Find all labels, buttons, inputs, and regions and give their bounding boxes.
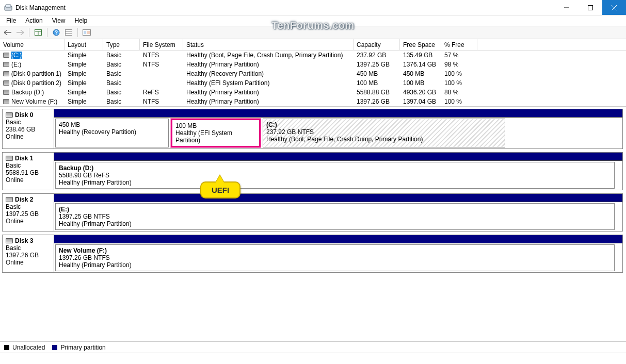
volume-grid-header: Volume Layout Type File System Status Ca… xyxy=(0,39,626,51)
col-volume[interactable]: Volume xyxy=(0,39,65,51)
disk-row[interactable]: Disk 2Basic1397.25 GBOnline(E:)1397.25 G… xyxy=(2,193,623,231)
disk-row[interactable]: Disk 0Basic238.46 GBOnline450 MBHealthy … xyxy=(2,109,623,149)
menu-view[interactable]: View xyxy=(48,16,70,25)
maximize-button[interactable] xyxy=(579,0,602,15)
volume-row[interactable]: (Disk 0 partition 2)SimpleBasicHealthy (… xyxy=(0,78,626,88)
volume-row[interactable]: (C:)SimpleBasicNTFSHealthy (Boot, Page F… xyxy=(0,51,626,60)
legend-unallocated: Unallocated xyxy=(12,344,45,351)
disk-icon xyxy=(6,197,13,202)
col-layout[interactable]: Layout xyxy=(65,39,103,51)
svg-text:?: ? xyxy=(55,30,58,36)
legend-primary: Primary partition xyxy=(60,344,105,351)
partition-block[interactable]: 450 MBHealthy (Recovery Partition) xyxy=(55,119,169,147)
disk-row[interactable]: Disk 1Basic5588.91 GBOnlineBackup (D:)55… xyxy=(2,152,623,190)
svg-rect-1 xyxy=(6,5,11,7)
col-capacity[interactable]: Capacity xyxy=(354,39,400,51)
volume-icon xyxy=(3,99,9,104)
status-bar xyxy=(0,353,626,364)
col-free[interactable]: Free Space xyxy=(400,39,441,51)
volume-row[interactable]: Backup (D:)SimpleBasicReFSHealthy (Prima… xyxy=(0,88,626,97)
partition-bar xyxy=(54,109,622,118)
disk-info: Disk 1Basic5588.91 GBOnline xyxy=(3,153,54,190)
col-percent[interactable]: % Free xyxy=(441,39,477,51)
partition-bar xyxy=(54,235,622,243)
forward-button[interactable] xyxy=(14,27,26,38)
disk-icon xyxy=(6,112,13,118)
partition-block[interactable]: 100 MBHealthy (EFI System Partition) xyxy=(171,119,261,147)
col-type[interactable]: Type xyxy=(103,39,140,51)
legend-bar: Unallocated Primary partition xyxy=(0,341,626,353)
volume-icon xyxy=(3,71,9,76)
volume-row[interactable]: (E:)SimpleBasicNTFSHealthy (Primary Part… xyxy=(0,60,626,69)
minimize-button[interactable] xyxy=(555,0,579,15)
disk-info: Disk 2Basic1397.25 GBOnline xyxy=(3,194,54,231)
volume-row[interactable]: (Disk 0 partition 1)SimpleBasicHealthy (… xyxy=(0,69,626,78)
disk-icon xyxy=(6,238,13,243)
partition-bar xyxy=(54,153,622,161)
view-settings-button[interactable] xyxy=(33,27,44,38)
volume-row[interactable]: New Volume (F:)SimpleBasicNTFSHealthy (P… xyxy=(0,97,626,106)
disk-info: Disk 3Basic1397.26 GBOnline xyxy=(3,235,54,272)
partition-block[interactable]: (C:)237.92 GB NTFSHealthy (Boot, Page Fi… xyxy=(263,119,505,147)
view-list-button[interactable] xyxy=(63,27,74,38)
volume-icon xyxy=(3,80,9,86)
partition-block[interactable]: (E:)1397.25 GB NTFSHealthy (Primary Part… xyxy=(55,203,615,230)
toolbar: ? xyxy=(0,26,626,39)
menu-action[interactable]: Action xyxy=(21,16,46,25)
partition-block[interactable]: Backup (D:)5588.90 GB ReFSHealthy (Prima… xyxy=(55,162,615,189)
svg-rect-16 xyxy=(87,31,90,34)
close-button[interactable] xyxy=(602,0,626,15)
back-button[interactable] xyxy=(2,27,13,38)
menu-help[interactable]: Help xyxy=(71,16,92,25)
title-bar: Disk Management xyxy=(0,0,626,15)
svg-rect-3 xyxy=(588,5,593,10)
window-title: Disk Management xyxy=(15,4,555,11)
volume-icon xyxy=(3,62,9,67)
col-filesystem[interactable]: File System xyxy=(140,39,183,51)
menu-bar: File Action View Help xyxy=(0,15,626,26)
partition-block[interactable]: New Volume (F:)1397.26 GB NTFSHealthy (P… xyxy=(55,244,615,271)
partition-bar xyxy=(54,194,622,202)
app-icon xyxy=(4,4,12,12)
svg-rect-11 xyxy=(66,30,72,36)
col-status[interactable]: Status xyxy=(183,39,354,51)
legend-swatch-unallocated xyxy=(4,345,9,350)
disk-icon xyxy=(6,156,13,161)
volume-icon xyxy=(3,53,9,58)
legend-swatch-primary xyxy=(52,345,57,350)
volume-icon xyxy=(3,90,9,95)
svg-rect-15 xyxy=(84,31,86,34)
disk-layout-pane: Disk 0Basic238.46 GBOnline450 MBHealthy … xyxy=(0,107,626,341)
disk-row[interactable]: Disk 3Basic1397.26 GBOnlineNew Volume (F… xyxy=(2,235,623,273)
help-button[interactable]: ? xyxy=(51,27,62,38)
volume-grid: Volume Layout Type File System Status Ca… xyxy=(0,39,626,107)
view-graphical-button[interactable] xyxy=(81,27,92,38)
col-spacer xyxy=(477,39,626,51)
menu-file[interactable]: File xyxy=(2,16,20,25)
disk-info: Disk 0Basic238.46 GBOnline xyxy=(3,109,54,148)
